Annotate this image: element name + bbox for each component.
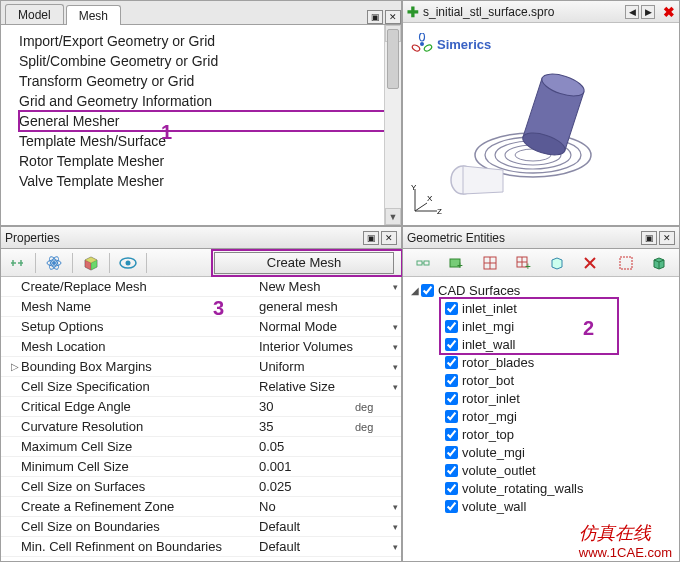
entity-item[interactable]: rotor_bot (405, 371, 677, 389)
entity-item[interactable]: rotor_blades (405, 353, 677, 371)
entity-checkbox[interactable] (421, 284, 434, 297)
scroll-thumb[interactable] (387, 29, 399, 89)
property-row[interactable]: ▷Bounding Box MarginsUniform▾ (1, 357, 401, 377)
tree-item[interactable]: Transform Geometry or Grid (19, 71, 401, 91)
property-row[interactable]: Cell Size on BoundariesDefault▾ (1, 517, 401, 537)
property-row[interactable]: Cell Size on Surfaces0.025 (1, 477, 401, 497)
property-value[interactable]: 35 (259, 419, 355, 434)
tab-mesh[interactable]: Mesh (66, 5, 121, 25)
property-row[interactable]: Create a Refinement ZoneNo▾ (1, 497, 401, 517)
entity-checkbox[interactable] (445, 446, 458, 459)
entity-checkbox[interactable] (445, 464, 458, 477)
tree-item[interactable]: Valve Template Mesher (19, 171, 401, 191)
entity-checkbox[interactable] (445, 482, 458, 495)
cube-icon[interactable] (75, 251, 107, 275)
entity-checkbox[interactable] (445, 356, 458, 369)
entity-checkbox[interactable] (445, 428, 458, 441)
close-button[interactable]: ✕ (381, 231, 397, 245)
cube-solid-icon[interactable] (644, 251, 676, 275)
entity-checkbox[interactable] (445, 338, 458, 351)
prev-button[interactable]: ◀ (625, 5, 639, 19)
chevron-down-icon[interactable]: ▾ (389, 382, 401, 392)
property-value[interactable]: Interior Volumes (259, 339, 355, 354)
chevron-down-icon[interactable]: ▾ (389, 282, 401, 292)
property-value[interactable]: No (259, 499, 355, 514)
property-value[interactable]: Default (259, 539, 355, 554)
entity-item[interactable]: volute_rotating_walls (405, 479, 677, 497)
tree-item[interactable]: Split/Combine Geometry or Grid (19, 51, 401, 71)
property-value[interactable]: Default (259, 519, 355, 534)
next-button[interactable]: ▶ (641, 5, 655, 19)
property-value[interactable]: 0.05 (259, 439, 355, 454)
scroll-down-icon[interactable]: ▼ (385, 208, 401, 225)
entity-item[interactable]: volute_outlet (405, 461, 677, 479)
property-value[interactable]: Relative Size (259, 379, 355, 394)
entity-item[interactable]: rotor_mgi (405, 407, 677, 425)
property-value[interactable]: New Mesh (259, 279, 355, 294)
property-row[interactable]: Mesh Namegeneral mesh (1, 297, 401, 317)
property-value[interactable]: Normal Mode (259, 319, 355, 334)
entity-item[interactable]: volute_mgi (405, 443, 677, 461)
expander-icon[interactable]: ▷ (11, 361, 21, 372)
create-mesh-button[interactable]: Create Mesh (214, 252, 394, 274)
property-value[interactable]: general mesh (259, 299, 355, 314)
entity-checkbox[interactable] (445, 392, 458, 405)
property-row[interactable]: Setup OptionsNormal Mode▾ (1, 317, 401, 337)
entity-item[interactable]: inlet_mgi (441, 317, 617, 335)
pin-button[interactable]: ▣ (367, 10, 383, 24)
tree-item[interactable]: Template Mesh/Surface (19, 131, 401, 151)
entity-item[interactable]: volute_wall (405, 497, 677, 515)
close-button[interactable]: ✕ (385, 10, 401, 24)
entity-checkbox[interactable] (445, 302, 458, 315)
property-value[interactable]: 30 (259, 399, 355, 414)
property-row[interactable]: Curvature Resolution35deg (1, 417, 401, 437)
chevron-down-icon[interactable]: ▾ (389, 362, 401, 372)
grid-icon[interactable] (474, 251, 506, 275)
box-icon[interactable] (541, 251, 573, 275)
property-row[interactable]: Minimum Cell Size0.001 (1, 457, 401, 477)
close-icon[interactable]: ✖ (663, 4, 675, 20)
chevron-down-icon[interactable]: ▾ (389, 542, 401, 552)
tab-model[interactable]: Model (5, 4, 64, 24)
chevron-down-icon[interactable]: ▾ (389, 342, 401, 352)
pin-button[interactable]: ▣ (363, 231, 379, 245)
property-value[interactable]: 0.025 (259, 479, 355, 494)
entity-checkbox[interactable] (445, 410, 458, 423)
property-row[interactable]: Maximum Cell Size0.05 (1, 437, 401, 457)
select-icon[interactable] (610, 251, 642, 275)
chevron-down-icon[interactable]: ▾ (389, 502, 401, 512)
chevron-down-icon[interactable]: ▾ (389, 322, 401, 332)
collapse-icon[interactable]: ◢ (409, 285, 421, 296)
property-row[interactable]: Cell Size SpecificationRelative Size▾ (1, 377, 401, 397)
viewer-body[interactable]: Simerics (403, 23, 679, 225)
pin-button[interactable]: ▣ (641, 231, 657, 245)
close-button[interactable]: ✕ (659, 231, 675, 245)
entity-item[interactable]: inlet_inlet (441, 299, 617, 317)
property-row[interactable]: Mesh LocationInterior Volumes▾ (1, 337, 401, 357)
entity-checkbox[interactable] (445, 500, 458, 513)
delete-icon[interactable] (575, 251, 607, 275)
property-value[interactable]: 0.001 (259, 459, 355, 474)
entity-checkbox[interactable] (445, 320, 458, 333)
entity-checkbox[interactable] (445, 374, 458, 387)
property-row[interactable]: Create/Replace MeshNew Mesh▾ (1, 277, 401, 297)
property-row[interactable]: Min. Cell Refinment on BoundariesDefault… (1, 537, 401, 557)
tree-item[interactable]: Rotor Template Mesher (19, 151, 401, 171)
entity-item[interactable]: rotor_inlet (405, 389, 677, 407)
atom-icon[interactable] (38, 251, 70, 275)
surface-add-icon[interactable]: + (441, 251, 473, 275)
entity-item[interactable]: rotor_top (405, 425, 677, 443)
entity-item[interactable]: inlet_wall (441, 335, 617, 353)
property-row[interactable]: Critical Edge Angle30deg (1, 397, 401, 417)
tree-item-general-mesher[interactable]: General Mesher (19, 111, 401, 131)
eye-icon[interactable] (112, 251, 144, 275)
link-icon[interactable] (407, 251, 439, 275)
link-icon[interactable] (1, 251, 33, 275)
entity-root[interactable]: ◢ CAD Surfaces (405, 281, 677, 299)
property-value[interactable]: Uniform (259, 359, 355, 374)
grid-add-icon[interactable]: + (508, 251, 540, 275)
vertical-scrollbar[interactable]: ▲ ▼ (384, 25, 401, 225)
tree-item[interactable]: Grid and Geometry Information (19, 91, 401, 111)
chevron-down-icon[interactable]: ▾ (389, 522, 401, 532)
tree-item[interactable]: Import/Export Geometry or Grid (19, 31, 401, 51)
